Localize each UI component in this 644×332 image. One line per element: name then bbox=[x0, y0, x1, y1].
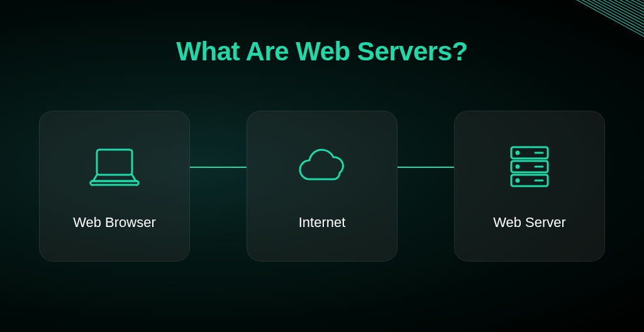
laptop-icon bbox=[89, 141, 140, 192]
svg-point-26 bbox=[516, 152, 519, 154]
diagram-row: Web Browser Internet Web bbox=[0, 111, 644, 262]
connector-line bbox=[397, 167, 454, 168]
card-web-browser: Web Browser bbox=[39, 111, 190, 262]
card-label: Web Browser bbox=[73, 214, 156, 231]
card-internet: Internet bbox=[247, 111, 397, 262]
svg-point-28 bbox=[516, 179, 519, 182]
cloud-icon bbox=[294, 141, 350, 192]
connector-line bbox=[190, 167, 247, 168]
server-icon bbox=[508, 141, 552, 192]
card-label: Web Server bbox=[493, 214, 566, 231]
card-web-server: Web Server bbox=[454, 111, 605, 262]
svg-point-27 bbox=[516, 165, 519, 168]
card-label: Internet bbox=[299, 214, 346, 231]
svg-rect-21 bbox=[97, 150, 132, 175]
page-title: What Are Web Servers? bbox=[0, 0, 644, 67]
